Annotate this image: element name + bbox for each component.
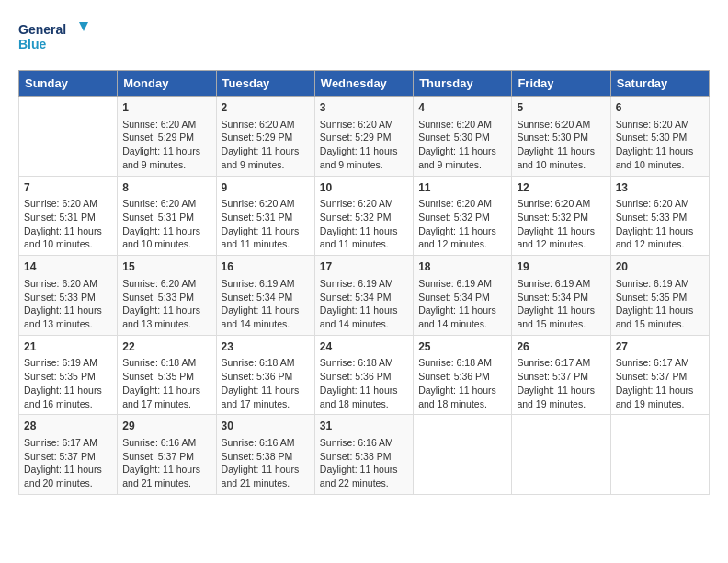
calendar-cell: 5Sunrise: 6:20 AMSunset: 5:30 PMDaylight… bbox=[512, 97, 610, 177]
calendar-cell: 2Sunrise: 6:20 AMSunset: 5:29 PMDaylight… bbox=[216, 97, 314, 177]
calendar-cell: 6Sunrise: 6:20 AMSunset: 5:30 PMDaylight… bbox=[610, 97, 709, 177]
week-row-2: 7Sunrise: 6:20 AMSunset: 5:31 PMDaylight… bbox=[19, 176, 710, 256]
day-number: 22 bbox=[122, 339, 210, 355]
col-header-friday: Friday bbox=[512, 71, 610, 97]
day-number: 15 bbox=[122, 259, 210, 275]
day-info: Sunrise: 6:18 AMSunset: 5:35 PMDaylight:… bbox=[122, 356, 210, 410]
day-info: Sunrise: 6:16 AMSunset: 5:38 PMDaylight:… bbox=[320, 436, 408, 490]
calendar-cell: 17Sunrise: 6:19 AMSunset: 5:34 PMDayligh… bbox=[314, 256, 413, 336]
day-number: 31 bbox=[320, 419, 408, 434]
day-info: Sunrise: 6:20 AMSunset: 5:32 PMDaylight:… bbox=[418, 197, 506, 251]
day-number: 14 bbox=[24, 259, 112, 275]
day-info: Sunrise: 6:20 AMSunset: 5:33 PMDaylight:… bbox=[616, 197, 704, 251]
calendar-cell: 18Sunrise: 6:19 AMSunset: 5:34 PMDayligh… bbox=[414, 256, 512, 336]
calendar-cell: 21Sunrise: 6:19 AMSunset: 5:35 PMDayligh… bbox=[19, 335, 118, 415]
calendar-header-row: SundayMondayTuesdayWednesdayThursdayFrid… bbox=[19, 71, 710, 97]
col-header-thursday: Thursday bbox=[414, 71, 512, 97]
col-header-wednesday: Wednesday bbox=[314, 71, 413, 97]
calendar-cell bbox=[610, 415, 709, 495]
day-number: 20 bbox=[616, 259, 704, 275]
day-info: Sunrise: 6:19 AMSunset: 5:34 PMDaylight:… bbox=[222, 277, 310, 331]
calendar-cell: 15Sunrise: 6:20 AMSunset: 5:33 PMDayligh… bbox=[118, 256, 216, 336]
calendar-cell: 1Sunrise: 6:20 AMSunset: 5:29 PMDaylight… bbox=[118, 97, 216, 177]
day-number: 4 bbox=[418, 100, 506, 116]
day-info: Sunrise: 6:19 AMSunset: 5:35 PMDaylight:… bbox=[24, 356, 112, 410]
day-number: 29 bbox=[122, 419, 210, 434]
day-info: Sunrise: 6:17 AMSunset: 5:37 PMDaylight:… bbox=[517, 356, 605, 410]
day-number: 7 bbox=[24, 180, 112, 196]
calendar-cell: 19Sunrise: 6:19 AMSunset: 5:34 PMDayligh… bbox=[512, 256, 610, 336]
day-number: 3 bbox=[320, 100, 408, 116]
day-info: Sunrise: 6:20 AMSunset: 5:33 PMDaylight:… bbox=[122, 277, 210, 331]
day-info: Sunrise: 6:20 AMSunset: 5:29 PMDaylight:… bbox=[320, 118, 408, 172]
calendar-cell: 20Sunrise: 6:19 AMSunset: 5:35 PMDayligh… bbox=[610, 256, 709, 336]
day-number: 28 bbox=[24, 419, 112, 434]
week-row-5: 28Sunrise: 6:17 AMSunset: 5:37 PMDayligh… bbox=[19, 415, 710, 495]
calendar-cell: 8Sunrise: 6:20 AMSunset: 5:31 PMDaylight… bbox=[118, 176, 216, 256]
day-info: Sunrise: 6:17 AMSunset: 5:37 PMDaylight:… bbox=[24, 436, 112, 490]
day-info: Sunrise: 6:20 AMSunset: 5:30 PMDaylight:… bbox=[517, 118, 605, 172]
day-number: 26 bbox=[517, 339, 605, 355]
svg-text:General: General bbox=[18, 22, 66, 37]
week-row-1: 1Sunrise: 6:20 AMSunset: 5:29 PMDaylight… bbox=[19, 97, 710, 177]
calendar-cell: 29Sunrise: 6:16 AMSunset: 5:37 PMDayligh… bbox=[118, 415, 216, 495]
page-header: General Blue bbox=[18, 18, 710, 55]
day-info: Sunrise: 6:20 AMSunset: 5:29 PMDaylight:… bbox=[222, 118, 310, 172]
day-info: Sunrise: 6:20 AMSunset: 5:29 PMDaylight:… bbox=[122, 118, 210, 172]
calendar-cell: 3Sunrise: 6:20 AMSunset: 5:29 PMDaylight… bbox=[314, 97, 413, 177]
day-info: Sunrise: 6:20 AMSunset: 5:31 PMDaylight:… bbox=[24, 197, 112, 251]
calendar-cell: 9Sunrise: 6:20 AMSunset: 5:31 PMDaylight… bbox=[216, 176, 314, 256]
calendar-cell: 25Sunrise: 6:18 AMSunset: 5:36 PMDayligh… bbox=[414, 335, 512, 415]
day-info: Sunrise: 6:19 AMSunset: 5:34 PMDaylight:… bbox=[418, 277, 506, 331]
day-number: 11 bbox=[418, 180, 506, 196]
day-info: Sunrise: 6:17 AMSunset: 5:37 PMDaylight:… bbox=[616, 356, 704, 410]
day-number: 21 bbox=[24, 339, 112, 355]
calendar-cell: 14Sunrise: 6:20 AMSunset: 5:33 PMDayligh… bbox=[19, 256, 118, 336]
calendar-cell: 31Sunrise: 6:16 AMSunset: 5:38 PMDayligh… bbox=[314, 415, 413, 495]
calendar-cell bbox=[19, 97, 118, 177]
day-info: Sunrise: 6:16 AMSunset: 5:38 PMDaylight:… bbox=[222, 436, 310, 490]
calendar-cell: 23Sunrise: 6:18 AMSunset: 5:36 PMDayligh… bbox=[216, 335, 314, 415]
week-row-3: 14Sunrise: 6:20 AMSunset: 5:33 PMDayligh… bbox=[19, 256, 710, 336]
day-info: Sunrise: 6:18 AMSunset: 5:36 PMDaylight:… bbox=[320, 356, 408, 410]
calendar-cell: 22Sunrise: 6:18 AMSunset: 5:35 PMDayligh… bbox=[118, 335, 216, 415]
col-header-monday: Monday bbox=[118, 71, 216, 97]
day-number: 1 bbox=[122, 100, 210, 116]
calendar-cell: 26Sunrise: 6:17 AMSunset: 5:37 PMDayligh… bbox=[512, 335, 610, 415]
day-info: Sunrise: 6:20 AMSunset: 5:31 PMDaylight:… bbox=[122, 197, 210, 251]
day-number: 27 bbox=[616, 339, 704, 355]
calendar-cell: 12Sunrise: 6:20 AMSunset: 5:32 PMDayligh… bbox=[512, 176, 610, 256]
calendar-cell: 28Sunrise: 6:17 AMSunset: 5:37 PMDayligh… bbox=[19, 415, 118, 495]
calendar-cell: 11Sunrise: 6:20 AMSunset: 5:32 PMDayligh… bbox=[414, 176, 512, 256]
day-info: Sunrise: 6:19 AMSunset: 5:35 PMDaylight:… bbox=[616, 277, 704, 331]
day-number: 19 bbox=[517, 259, 605, 275]
day-number: 30 bbox=[222, 419, 310, 434]
day-number: 10 bbox=[320, 180, 408, 196]
col-header-sunday: Sunday bbox=[19, 71, 118, 97]
day-number: 23 bbox=[222, 339, 310, 355]
calendar-cell: 10Sunrise: 6:20 AMSunset: 5:32 PMDayligh… bbox=[314, 176, 413, 256]
day-info: Sunrise: 6:20 AMSunset: 5:30 PMDaylight:… bbox=[616, 118, 704, 172]
day-number: 13 bbox=[616, 180, 704, 196]
svg-text:Blue: Blue bbox=[18, 37, 47, 52]
col-header-saturday: Saturday bbox=[610, 71, 709, 97]
calendar-cell: 13Sunrise: 6:20 AMSunset: 5:33 PMDayligh… bbox=[610, 176, 709, 256]
day-number: 8 bbox=[122, 180, 210, 196]
day-info: Sunrise: 6:18 AMSunset: 5:36 PMDaylight:… bbox=[418, 356, 506, 410]
day-info: Sunrise: 6:20 AMSunset: 5:31 PMDaylight:… bbox=[222, 197, 310, 251]
day-number: 17 bbox=[320, 259, 408, 275]
day-info: Sunrise: 6:20 AMSunset: 5:32 PMDaylight:… bbox=[517, 197, 605, 251]
calendar-cell: 30Sunrise: 6:16 AMSunset: 5:38 PMDayligh… bbox=[216, 415, 314, 495]
calendar-table: SundayMondayTuesdayWednesdayThursdayFrid… bbox=[18, 70, 710, 495]
calendar-cell: 7Sunrise: 6:20 AMSunset: 5:31 PMDaylight… bbox=[19, 176, 118, 256]
day-info: Sunrise: 6:20 AMSunset: 5:30 PMDaylight:… bbox=[418, 118, 506, 172]
day-info: Sunrise: 6:19 AMSunset: 5:34 PMDaylight:… bbox=[517, 277, 605, 331]
calendar-cell: 4Sunrise: 6:20 AMSunset: 5:30 PMDaylight… bbox=[414, 97, 512, 177]
week-row-4: 21Sunrise: 6:19 AMSunset: 5:35 PMDayligh… bbox=[19, 335, 710, 415]
svg-marker-2 bbox=[79, 22, 88, 31]
day-number: 5 bbox=[517, 100, 605, 116]
calendar-cell: 27Sunrise: 6:17 AMSunset: 5:37 PMDayligh… bbox=[610, 335, 709, 415]
day-number: 25 bbox=[418, 339, 506, 355]
day-info: Sunrise: 6:20 AMSunset: 5:32 PMDaylight:… bbox=[320, 197, 408, 251]
day-info: Sunrise: 6:18 AMSunset: 5:36 PMDaylight:… bbox=[222, 356, 310, 410]
